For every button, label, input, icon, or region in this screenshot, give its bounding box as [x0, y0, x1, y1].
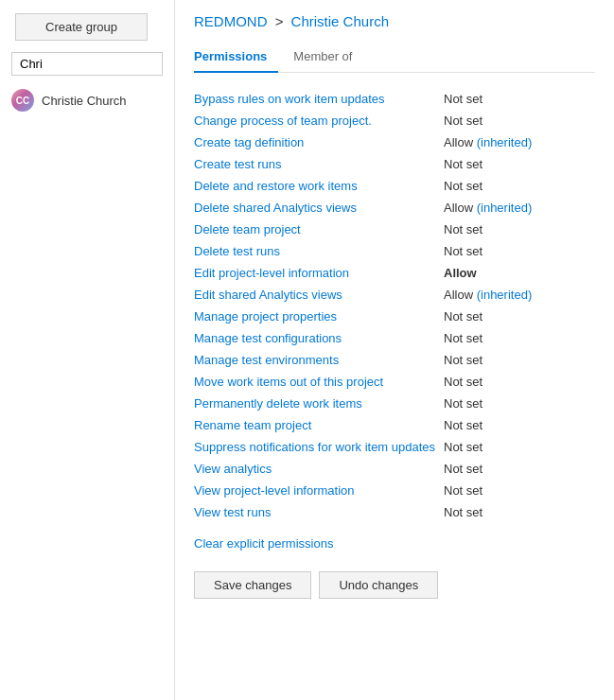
table-row: Permanently delete work itemsNot set [194, 393, 595, 414]
breadcrumb: REDMOND > Christie Church [194, 13, 595, 29]
breadcrumb-separator: > [275, 13, 284, 29]
permission-name[interactable]: Manage project properties [194, 309, 444, 324]
permission-name[interactable]: View project-level information [194, 483, 444, 498]
permission-value: Not set [444, 331, 595, 345]
permission-name[interactable]: Rename team project [194, 418, 444, 432]
table-row: View test runsNot set [194, 501, 595, 523]
permission-name[interactable]: Edit shared Analytics views [194, 288, 444, 302]
table-row: Edit shared Analytics viewsAllow (inheri… [194, 284, 595, 306]
permission-value: Not set [444, 309, 595, 324]
permission-name[interactable]: Delete shared Analytics views [194, 201, 444, 215]
table-row: Rename team projectNot set [194, 414, 595, 436]
table-row: Create test runsNot set [194, 153, 595, 175]
table-row: Move work items out of this projectNot s… [194, 371, 595, 393]
avatar: CC [11, 89, 34, 112]
permission-name[interactable]: Suppress notifications for work item upd… [194, 440, 444, 454]
permission-value: Not set [444, 222, 595, 236]
permission-value: Not set [444, 396, 595, 411]
search-input[interactable] [11, 52, 163, 76]
permission-value: Not set [444, 353, 595, 367]
permission-name[interactable]: View analytics [194, 462, 444, 476]
table-row: View project-level informationNot set [194, 480, 595, 501]
table-row: Manage project propertiesNot set [194, 306, 595, 327]
table-row: View analyticsNot set [194, 458, 595, 480]
permission-value: Not set [444, 462, 595, 476]
permission-value: Not set [444, 505, 595, 519]
sidebar: Create group CC Christie Church [0, 0, 175, 700]
tab-permissions[interactable]: Permissions [194, 44, 278, 73]
undo-changes-button[interactable]: Undo changes [319, 571, 438, 599]
table-row: Manage test environmentsNot set [194, 349, 595, 371]
permission-value: Allow (inherited) [444, 288, 595, 302]
main-content: REDMOND > Christie Church Permissions Me… [175, 0, 614, 700]
table-row: Delete test runsNot set [194, 240, 595, 262]
permission-value: Not set [444, 114, 595, 128]
permission-name[interactable]: Delete and restore work items [194, 179, 444, 193]
permission-name[interactable]: Edit project-level information [194, 266, 444, 280]
table-row: Delete and restore work itemsNot set [194, 175, 595, 197]
breadcrumb-current: Christie Church [291, 13, 389, 29]
permission-name[interactable]: Move work items out of this project [194, 375, 444, 389]
permission-value: Not set [444, 375, 595, 389]
permission-value: Not set [444, 244, 595, 258]
permission-name[interactable]: Manage test configurations [194, 331, 444, 345]
action-buttons: Save changes Undo changes [194, 571, 595, 599]
permission-name[interactable]: Create test runs [194, 157, 444, 171]
permission-value: Allow [444, 266, 595, 280]
table-row: Suppress notifications for work item upd… [194, 436, 595, 458]
permission-name[interactable]: Manage test environments [194, 353, 444, 367]
sidebar-item-label: Christie Church [42, 94, 127, 108]
table-row: Edit project-level informationAllow [194, 262, 595, 284]
permission-value: Allow (inherited) [444, 201, 595, 215]
search-box[interactable] [11, 52, 163, 76]
permission-value: Not set [444, 157, 595, 171]
permission-value: Allow (inherited) [444, 135, 595, 149]
table-row: Delete team projectNot set [194, 219, 595, 240]
permission-value: Not set [444, 418, 595, 432]
permission-name[interactable]: Create tag definition [194, 135, 444, 149]
clear-link[interactable]: Clear explicit permissions [194, 536, 333, 551]
sidebar-item-christie-church[interactable]: CC Christie Church [0, 83, 174, 117]
permission-name[interactable]: Delete team project [194, 222, 444, 236]
table-row: Create tag definitionAllow (inherited) [194, 131, 595, 153]
tabs-bar: Permissions Member of [194, 43, 595, 73]
permission-name[interactable]: Change process of team project. [194, 114, 444, 128]
table-row: Delete shared Analytics viewsAllow (inhe… [194, 197, 595, 219]
permission-name[interactable]: Bypass rules on work item updates [194, 92, 444, 106]
permission-name[interactable]: Delete test runs [194, 244, 444, 258]
permissions-table: Bypass rules on work item updatesNot set… [194, 88, 595, 523]
table-row: Bypass rules on work item updatesNot set [194, 88, 595, 110]
table-row: Manage test configurationsNot set [194, 327, 595, 349]
table-row: Change process of team project.Not set [194, 110, 595, 131]
permission-value: Not set [444, 440, 595, 454]
permission-value: Not set [444, 483, 595, 498]
create-group-button[interactable]: Create group [15, 13, 148, 41]
breadcrumb-parent: REDMOND [194, 13, 268, 29]
tab-member-of[interactable]: Member of [293, 44, 363, 73]
permission-name[interactable]: View test runs [194, 505, 444, 519]
permission-name[interactable]: Permanently delete work items [194, 396, 444, 411]
permission-value: Not set [444, 92, 595, 106]
save-changes-button[interactable]: Save changes [194, 571, 311, 599]
permission-value: Not set [444, 179, 595, 193]
